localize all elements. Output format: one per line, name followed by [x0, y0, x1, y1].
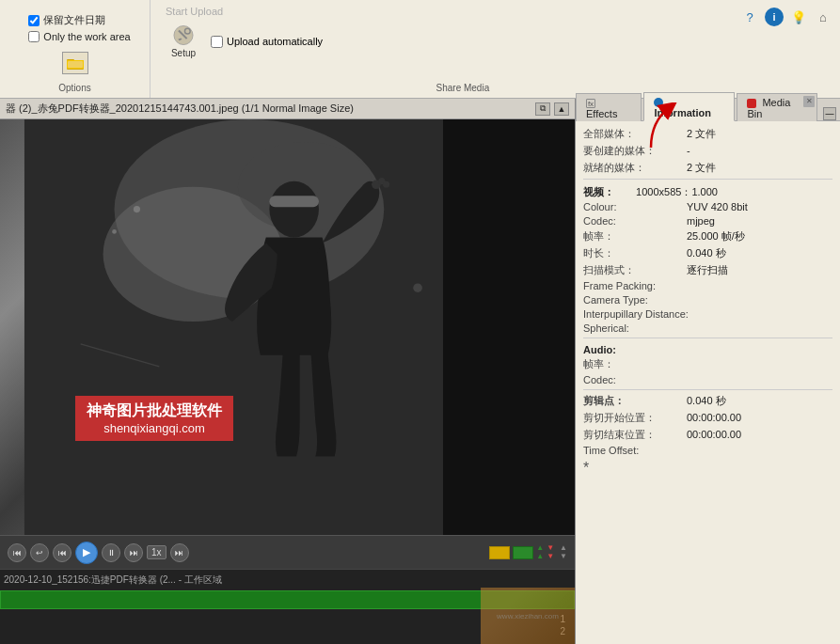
audio-section-header: Audio: — [583, 344, 832, 355]
go-start-button[interactable]: ⏮ — [8, 543, 26, 562]
panel-close-area: — — [819, 107, 840, 120]
down-arrows: ▼ ▼ — [547, 544, 554, 560]
content-area: 器 (2)_赤兔PDF转换器_20201215144743.001.jpeg (… — [0, 99, 840, 644]
audio-fps-label: 帧率： — [583, 357, 687, 371]
to-create-row: 要创建的媒体： - — [583, 144, 832, 158]
effects-tab-label: Effects — [586, 108, 617, 119]
duration-label: 时长： — [583, 246, 687, 260]
top-right-icons: ? i 💡 ⌂ — [740, 8, 832, 26]
cut-start-row: 剪切开始位置： 00:00:00.00 — [583, 411, 832, 425]
setup-icon-container: Setup — [166, 24, 201, 58]
svg-point-17 — [413, 283, 422, 292]
speed-badge: 1x — [147, 545, 166, 559]
duration-value: 0.040 秒 — [687, 246, 726, 260]
svg-rect-3 — [68, 61, 83, 68]
down-arrow-2[interactable]: ▼ — [547, 553, 554, 560]
restore-button[interactable]: ⧉ — [535, 102, 550, 116]
upload-auto-checkbox[interactable] — [211, 36, 223, 48]
save-date-checkbox-row[interactable]: 保留文件日期 — [28, 13, 130, 27]
play-button[interactable]: ▶ — [75, 542, 98, 564]
total-media-row: 全部媒体： 2 文件 — [583, 127, 832, 141]
scan-value: 逐行扫描 — [687, 263, 728, 277]
fps-value: 25.000 帧/秒 — [687, 229, 745, 243]
svg-point-14 — [383, 181, 389, 188]
left-panel: 器 (2)_赤兔PDF转换器_20201215144743.001.jpeg (… — [0, 99, 576, 644]
codec-row: Codec: mjpeg — [583, 215, 832, 227]
forward-button[interactable]: ⏭ — [170, 543, 189, 562]
arrow-indicator — [623, 102, 679, 149]
volume-controls: ▲ ▼ — [560, 544, 567, 560]
save-date-checkbox[interactable] — [28, 15, 40, 26]
loop-button[interactable]: ↩ — [30, 543, 49, 562]
video-titlebar: 器 (2)_赤兔PDF转换器_20201215144743.001.jpeg (… — [0, 99, 575, 119]
interpupillary-label: Interpupillary Distance: — [583, 308, 689, 320]
right-panel: fx Effects Information Media Bin ✕ — — [576, 99, 840, 644]
audio-codec-row: Codec: — [583, 374, 832, 385]
work-area-checkbox-row[interactable]: Only the work area — [28, 31, 130, 42]
volume-up-button[interactable]: ▲ — [560, 544, 567, 552]
time-offset-label: Time Offset: — [583, 445, 687, 456]
spherical-row: Spherical: — [583, 322, 832, 334]
cut-end-row: 剪切结束位置： 00:00:00.00 — [583, 428, 832, 442]
right-tabs: fx Effects Information Media Bin ✕ — — [576, 99, 840, 121]
work-area-checkbox[interactable] — [28, 31, 40, 42]
setup-area: Setup Upload automatically — [166, 24, 324, 58]
home-icon[interactable]: ⌂ — [814, 8, 832, 26]
ready-label: 就绪的媒体： — [583, 161, 687, 175]
up-arrow-1[interactable]: ▲ — [536, 544, 544, 552]
total-media-value: 2 文件 — [687, 127, 716, 141]
divider-3 — [583, 389, 832, 390]
spherical-label: Spherical: — [583, 322, 687, 334]
folder-button[interactable] — [62, 52, 88, 74]
clip-label: 剪辑点： — [583, 394, 687, 408]
clip-icon[interactable] — [489, 546, 510, 559]
duration-row: 时长： 0.040 秒 — [583, 246, 832, 260]
up-arrow-2[interactable]: ▲ — [536, 553, 544, 560]
timeline-icon[interactable] — [513, 546, 533, 559]
maximize-button[interactable]: ▲ — [554, 102, 569, 116]
cut-end-label: 剪切结束位置： — [583, 428, 687, 442]
options-label: Options — [0, 83, 150, 93]
fps-label: 帧率： — [583, 229, 687, 243]
video-watermark: 神奇图片批处理软件 shenqixiangqi.com — [75, 396, 233, 441]
bottom-right-logo: www.xiezihan.com — [481, 588, 575, 644]
panel-close-button[interactable]: — — [823, 107, 836, 120]
svg-point-10 — [269, 181, 319, 238]
ctrl-right-icons: ▲ ▲ ▼ ▼ ▲ ▼ — [489, 544, 567, 560]
video-titlebar-right: ⧉ ▲ — [535, 102, 569, 116]
info-icon[interactable]: i — [765, 8, 784, 26]
ready-value: 2 文件 — [687, 161, 716, 175]
media-bin-tab-icon — [747, 99, 756, 108]
video-title: 器 (2)_赤兔PDF转换器_20201215144743.001.jpeg (… — [6, 102, 354, 116]
camera-type-row: Camera Type: — [583, 294, 832, 306]
cut-start-label: 剪切开始位置： — [583, 411, 687, 425]
interpupillary-row: Interpupillary Distance: — [583, 308, 832, 320]
media-bin-close-button[interactable]: ✕ — [803, 96, 815, 107]
codec-label: Codec: — [583, 215, 687, 227]
ready-media-row: 就绪的媒体： 2 文件 — [583, 161, 832, 175]
codec-value: mjpeg — [687, 215, 715, 227]
fps-row: 帧率： 25.000 帧/秒 — [583, 229, 832, 243]
tab-media-bin[interactable]: Media Bin ✕ — [737, 93, 817, 121]
time-offset-row: Time Offset: — [583, 445, 832, 456]
clip-value: 0.040 秒 — [687, 394, 726, 408]
down-arrow-1[interactable]: ▼ — [547, 544, 554, 552]
cut-start-value: 00:00:00.00 — [687, 412, 741, 423]
start-upload-button[interactable]: Start Upload — [166, 6, 324, 17]
volume-down-button[interactable]: ▼ — [560, 553, 567, 560]
video-display: 神奇图片批处理软件 shenqixiangqi.com — [0, 119, 575, 535]
divider-1 — [583, 179, 832, 180]
camera-type-label: Camera Type: — [583, 294, 687, 306]
controls-bar: ⏮ ↩ ⏮ ▶ ⏸ ⏭ 1x ⏭ ▲ ▲ ▼ — [0, 535, 575, 569]
frame-packing-row: Frame Packing: — [583, 280, 832, 291]
prev-frame-button[interactable]: ⏮ — [53, 543, 71, 562]
divider-2 — [583, 338, 832, 338]
cut-end-value: 00:00:00.00 — [687, 429, 741, 440]
pause-button[interactable]: ⏸ — [102, 543, 120, 562]
next-frame-button[interactable]: ⏭ — [124, 543, 143, 562]
colour-row: Colour: YUV 420 8bit — [583, 201, 832, 212]
wrench-icon — [168, 24, 198, 46]
bulb-icon[interactable]: 💡 — [789, 8, 808, 26]
help-icon[interactable]: ? — [740, 8, 759, 26]
frame-packing-label: Frame Packing: — [583, 280, 687, 291]
